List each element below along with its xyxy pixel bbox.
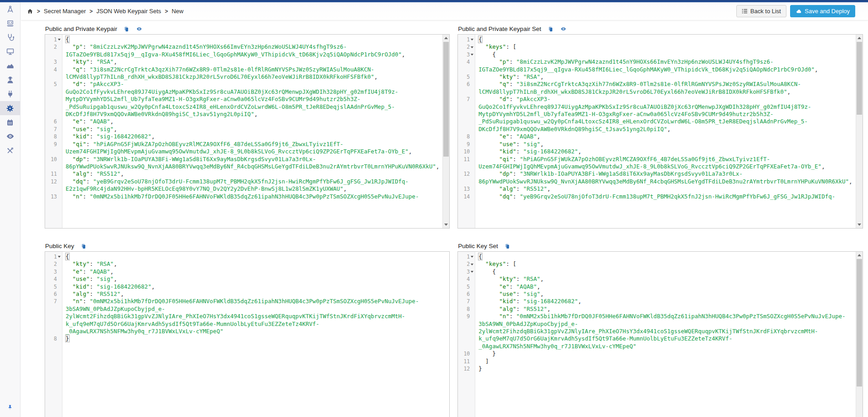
sidebar-item-calendar[interactable]	[0, 115, 20, 129]
scroll-up-button[interactable]	[443, 35, 449, 41]
fold-icon[interactable]	[471, 39, 473, 41]
back-to-list-button[interactable]: Back to List	[736, 5, 786, 17]
home-icon[interactable]	[27, 8, 33, 15]
code-line[interactable]: 2 "kty": "RSA",	[45, 260, 440, 268]
breadcrumb-item-json-web-keypair-sets[interactable]: JSON Web Keypair Sets	[97, 8, 161, 15]
code-line[interactable]: 3 "kty": "RSA",	[45, 58, 440, 66]
code-line[interactable]: 6 "alg": "RS512",	[45, 290, 440, 298]
code-line[interactable]: 4 "kty": "RSA",	[458, 275, 853, 283]
line-number: 13	[458, 185, 475, 193]
code-line[interactable]: 1{	[458, 253, 853, 260]
code-line[interactable]: 3 {	[458, 51, 853, 58]
code-line[interactable]: 7 "kid": "sig-1684220682",	[458, 298, 853, 305]
sidebar-item-gear[interactable]	[0, 101, 20, 115]
fold-icon[interactable]	[471, 264, 473, 265]
breadcrumb-separator: >	[165, 8, 168, 15]
sidebar-item-desktop[interactable]	[0, 45, 20, 59]
breadcrumb-item-secret-manager[interactable]: Secret Manager	[44, 8, 86, 15]
scroll-down-button[interactable]	[856, 221, 863, 228]
code-line[interactable]: 5 "e": "AQAB",	[458, 283, 853, 290]
sidebar-item-chart-area[interactable]	[0, 59, 20, 73]
code-line[interactable]: 12 "dp": "3NRWrlk1b-IOaPUYA3BFi-WWg1aSd8…	[458, 170, 853, 185]
code-line[interactable]: 13 "n": "0mNM2x5bi1hkMb7fDrDQ0JF05HHe6FA…	[45, 193, 440, 200]
code-line[interactable]: 11 ]	[458, 358, 853, 365]
sidebar-item-laptop-code[interactable]	[0, 16, 20, 31]
code-line[interactable]: 3 "e": "AQAB",	[45, 268, 440, 275]
code-line[interactable]: 9 "n": "0mNM2x5bi1hkMb7fDrDQ0JF05HHe6FAH…	[458, 313, 853, 350]
code-line[interactable]: 2 "keys": [	[458, 260, 853, 268]
code-line[interactable]: 7 "use": "sig",	[45, 126, 440, 133]
editor-scrollbar[interactable]	[442, 35, 449, 228]
code-line[interactable]: 10 }	[458, 350, 853, 357]
scrollbar-thumb[interactable]	[857, 42, 862, 115]
line-number: 1	[45, 36, 62, 43]
copy-icon[interactable]	[123, 26, 129, 32]
code-line[interactable]: 11 "qi": "hPiAGPnG5FjWUkZA7pOzhOBEyvzRlM…	[458, 156, 853, 171]
sidebar-pin-button[interactable]	[0, 404, 20, 412]
public-key-set-editor[interactable]: 1{2 "keys": [3 {4 "kty": "RSA",5 "e": "A…	[457, 251, 863, 417]
code-line[interactable]: 7 "n": "0mNM2x5bi1hkMb7fDrDQ0JF05HHe6FAH…	[45, 298, 440, 335]
code-line[interactable]: 6 "e": "AQAB",	[45, 118, 440, 125]
code-line[interactable]: 3 {	[458, 268, 853, 275]
code-line[interactable]: 10 "kid": "sig-1684220682",	[458, 148, 853, 155]
code-line[interactable]: 5 "kty": "RSA",	[458, 73, 853, 81]
code-line[interactable]: 5 "kid": "sig-1684220682",	[45, 283, 440, 290]
fold-icon[interactable]	[471, 271, 473, 273]
code-line[interactable]: 8}	[45, 335, 440, 342]
scroll-up-button[interactable]	[856, 35, 863, 41]
fold-icon[interactable]	[471, 54, 473, 56]
keypair-set-editor[interactable]: 1{2 "keys": [3 {4 "p": "8miCzzLzvK2MpJWV…	[457, 34, 863, 229]
sidebar-item-plug[interactable]	[0, 87, 20, 101]
code-line[interactable]: 6 "q": "3i8smZ2NcrCgTrktcA3qzXih77n6WZx8…	[458, 81, 853, 96]
copy-icon[interactable]	[504, 243, 510, 249]
copy-icon[interactable]	[548, 26, 554, 32]
scroll-up-button[interactable]	[856, 252, 863, 259]
code-line[interactable]: 10 "dp": "3NRWrlk1b-IOaPUYA3BFi-WWg1aSd8…	[45, 156, 440, 171]
sidebar-item-tools[interactable]	[0, 143, 20, 158]
fold-icon[interactable]	[471, 256, 473, 258]
line-number: 11	[45, 170, 62, 178]
code-line[interactable]: 4 "use": "sig",	[45, 275, 440, 283]
scrollbar-thumb[interactable]	[857, 259, 862, 386]
code-line[interactable]: 2 "p": "8miCzzLzvK2MpJWVPgrwN4zaznd1t45n…	[45, 43, 440, 58]
code-line[interactable]: 9 "qi": "hPiAGPnG5FjWUkZA7pOzhOBEyvzRlMC…	[45, 141, 440, 156]
copy-icon[interactable]	[81, 243, 87, 249]
fold-icon[interactable]	[58, 39, 61, 41]
scrollbar-thumb[interactable]	[443, 42, 449, 157]
gear-icon	[6, 104, 14, 112]
sidebar-item-stethoscope[interactable]	[0, 31, 20, 45]
code-line[interactable]: 14 "dq": "yeB9Grqv2eSoU78njOfoT3drU-Fcmm…	[458, 193, 853, 200]
code-line[interactable]: 11 "alg": "RS512",	[45, 170, 440, 178]
eye-icon[interactable]	[560, 26, 567, 32]
code-line[interactable]: 9 "use": "sig",	[458, 141, 853, 148]
scroll-down-button[interactable]	[443, 221, 449, 228]
code-line[interactable]: 4 "q": "3i8smZ2NcrCgTrktcA3qzXih77n6WZx8…	[45, 66, 440, 81]
fold-icon[interactable]	[58, 256, 61, 258]
line-number: 7	[458, 96, 475, 103]
code-line[interactable]: 1{	[45, 36, 440, 43]
sidebar-item-user-secret[interactable]	[0, 73, 20, 87]
editor-scrollbar[interactable]	[856, 252, 863, 417]
save-and-deploy-button[interactable]: Save and Deploy	[790, 5, 855, 17]
line-number: 3	[45, 58, 62, 66]
eye-icon[interactable]	[136, 26, 143, 32]
editor-scrollbar[interactable]	[856, 35, 863, 228]
sidebar-item-drafting-compass[interactable]	[0, 2, 20, 16]
code-line[interactable]: 6 "use": "sig",	[458, 290, 853, 298]
code-line[interactable]: 8 "alg": "RS512",	[458, 305, 853, 313]
code-line[interactable]: 5 "d": "pAkccXP3-GuQo2Co1fFyvkvLEhreq89J…	[45, 81, 440, 118]
fold-icon[interactable]	[471, 46, 473, 48]
code-line[interactable]: 1{	[458, 36, 853, 43]
code-line[interactable]: 2 "keys": [	[458, 43, 853, 51]
code-line[interactable]: 13 "alg": "RS512",	[458, 185, 853, 193]
code-line[interactable]: 1{	[45, 253, 440, 260]
code-line[interactable]: 12}	[458, 365, 853, 372]
keypair-editor[interactable]: 1{2 "p": "8miCzzLzvK2MpJWVPgrwN4zaznd1t4…	[45, 34, 450, 229]
code-line[interactable]: 4 "p": "8miCzzLzvK2MpJWVPgrwN4zaznd1t45n…	[458, 58, 853, 73]
code-line[interactable]: 7 "d": "pAkccXP3-GuQo2Co1fFyvkvLEhreq89J…	[458, 96, 853, 133]
sidebar-item-eye[interactable]	[0, 129, 20, 143]
code-line[interactable]: 8 "kid": "sig-1684220682",	[45, 133, 440, 140]
code-line[interactable]: 8 "e": "AQAB",	[458, 133, 853, 140]
code-line[interactable]: 12 "dq": "yeB9Grqv2eSoU78njOfoT3drU-Fcmm…	[45, 178, 440, 193]
public-key-editor[interactable]: 1{2 "kty": "RSA",3 "e": "AQAB",4 "use": …	[45, 251, 450, 417]
